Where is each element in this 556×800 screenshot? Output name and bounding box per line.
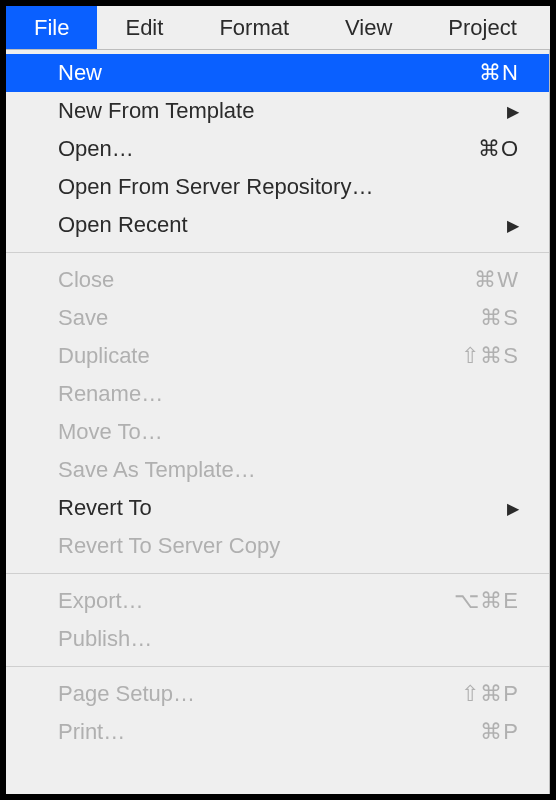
menubar-label: Format (219, 15, 289, 41)
menu-item-revert-to-server-copy: Revert To Server Copy (6, 527, 549, 565)
menu-separator (6, 573, 549, 574)
menubar-label: Edit (125, 15, 163, 41)
menu-item-label: Open… (58, 136, 478, 162)
menu-item-label: Save As Template… (58, 457, 519, 483)
menu-item-label: Open Recent (58, 212, 495, 238)
menu-item-page-setup: Page Setup… ⇧⌘P (6, 675, 549, 713)
chevron-right-icon: ▶ (507, 216, 519, 235)
menubar-item-project[interactable]: Project (420, 6, 544, 49)
menu-separator (6, 252, 549, 253)
menu-item-open-from-server[interactable]: Open From Server Repository… (6, 168, 549, 206)
menu-item-save: Save ⌘S (6, 299, 549, 337)
menu-item-shortcut: ⌘N (479, 60, 519, 86)
menu-item-new[interactable]: New ⌘N (6, 54, 549, 92)
menu-item-move-to: Move To… (6, 413, 549, 451)
menu-item-shortcut: ⌘O (478, 136, 519, 162)
menubar-item-edit[interactable]: Edit (97, 6, 191, 49)
menu-item-new-from-template[interactable]: New From Template ▶ (6, 92, 549, 130)
menubar-item-file[interactable]: File (6, 6, 97, 49)
menu-item-open-recent[interactable]: Open Recent ▶ (6, 206, 549, 244)
chevron-right-icon: ▶ (507, 102, 519, 121)
menubar: File Edit Format View Project (6, 6, 550, 50)
menu-item-print: Print… ⌘P (6, 713, 549, 751)
menu-item-label: Open From Server Repository… (58, 174, 519, 200)
menu-item-label: New From Template (58, 98, 495, 124)
menu-item-shortcut: ⇧⌘P (461, 681, 519, 707)
menu-item-duplicate: Duplicate ⇧⌘S (6, 337, 549, 375)
menubar-item-view[interactable]: View (317, 6, 420, 49)
menu-item-close: Close ⌘W (6, 261, 549, 299)
menu-item-shortcut: ⌘P (480, 719, 519, 745)
menu-item-label: Revert To Server Copy (58, 533, 519, 559)
menu-item-revert-to[interactable]: Revert To ▶ (6, 489, 549, 527)
menu-item-shortcut: ⌘W (474, 267, 519, 293)
menu-item-label: Save (58, 305, 480, 331)
menu-item-label: Duplicate (58, 343, 461, 369)
menu-item-label: Revert To (58, 495, 495, 521)
menubar-label: Project (448, 15, 516, 41)
file-menu-dropdown: New ⌘N New From Template ▶ Open… ⌘O Open… (6, 50, 550, 794)
menu-item-label: Rename… (58, 381, 519, 407)
menu-item-publish: Publish… (6, 620, 549, 658)
menu-item-export: Export… ⌥⌘E (6, 582, 549, 620)
menu-item-label: Page Setup… (58, 681, 461, 707)
menu-item-shortcut: ⌘S (480, 305, 519, 331)
menu-separator (6, 666, 549, 667)
menu-item-label: New (58, 60, 479, 86)
menu-item-shortcut: ⌥⌘E (454, 588, 519, 614)
menubar-label: File (34, 15, 69, 41)
menu-item-label: Print… (58, 719, 480, 745)
menu-item-shortcut: ⇧⌘S (461, 343, 519, 369)
menu-item-label: Close (58, 267, 474, 293)
window: File Edit Format View Project New ⌘N New… (6, 6, 550, 794)
menu-item-label: Publish… (58, 626, 519, 652)
menu-item-rename: Rename… (6, 375, 549, 413)
menu-item-save-as-template: Save As Template… (6, 451, 549, 489)
chevron-right-icon: ▶ (507, 499, 519, 518)
menubar-label: View (345, 15, 392, 41)
menu-item-label: Export… (58, 588, 454, 614)
menu-item-open[interactable]: Open… ⌘O (6, 130, 549, 168)
menubar-item-format[interactable]: Format (191, 6, 317, 49)
menu-item-label: Move To… (58, 419, 519, 445)
